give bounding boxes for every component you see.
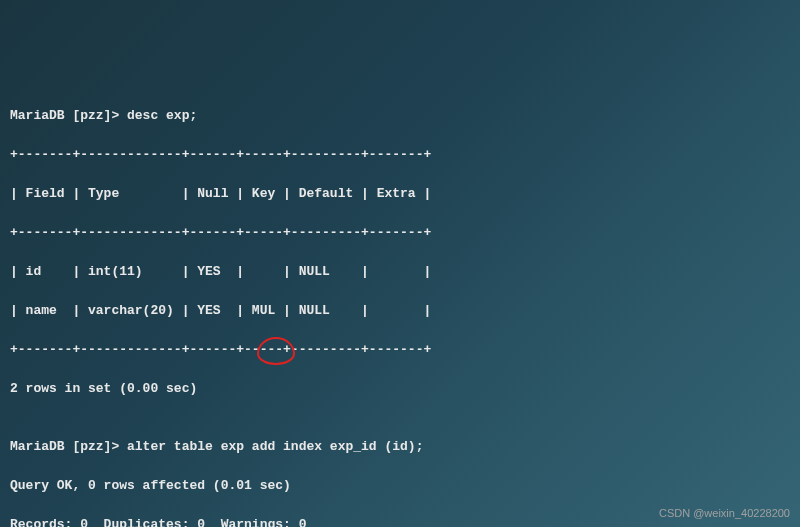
table-row: | name | varchar(20) | YES | MUL | NULL … — [10, 301, 790, 321]
result-line: 2 rows in set (0.00 sec) — [10, 379, 790, 399]
table-header: | Field | Type | Null | Key | Default | … — [10, 184, 790, 204]
table-row: | id | int(11) | YES | | NULL | | — [10, 262, 790, 282]
table-border: +-------+-------------+------+-----+----… — [10, 340, 790, 360]
sql-prompt-line: MariaDB [pzz]> alter table exp add index… — [10, 437, 790, 457]
sql-prompt-line: MariaDB [pzz]> desc exp; — [10, 106, 790, 126]
result-line: Query OK, 0 rows affected (0.01 sec) — [10, 476, 790, 496]
terminal-output: MariaDB [pzz]> desc exp; +-------+------… — [10, 86, 790, 527]
table-border: +-------+-------------+------+-----+----… — [10, 223, 790, 243]
table-border: +-------+-------------+------+-----+----… — [10, 145, 790, 165]
watermark-text: CSDN @weixin_40228200 — [659, 505, 790, 522]
